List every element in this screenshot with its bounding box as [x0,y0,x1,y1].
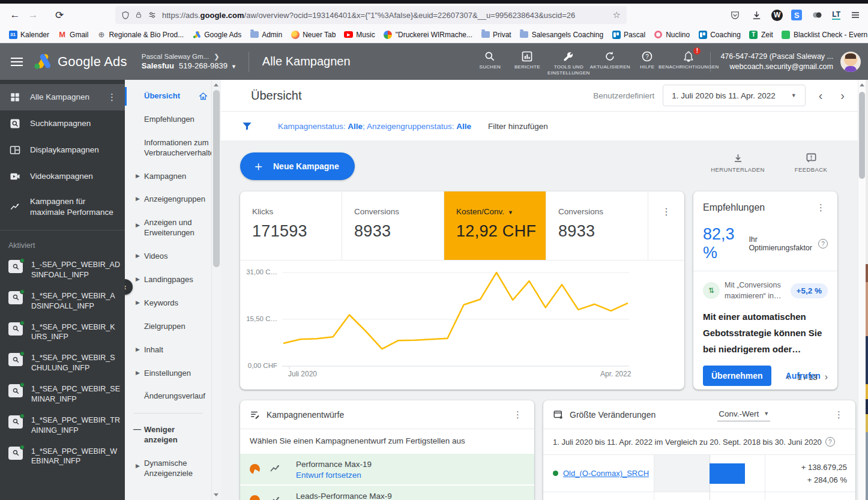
google-ads-logo[interactable]: Google Ads [34,53,127,70]
more-options-icon[interactable]: ⋮ [662,206,671,260]
more-options-icon[interactable]: ⋮ [814,201,828,214]
s-extension-icon[interactable]: S [791,10,802,20]
pager-next-icon[interactable]: › [824,372,829,382]
nav-scrollbar-thumb[interactable] [213,90,220,267]
bookmark-privat[interactable]: Privat [477,29,515,40]
nav-item-verbraucherverhalten[interactable]: Informationen zum Verbraucherverhalten [125,131,211,165]
campaign-item[interactable]: 1_-SEA_PPC_WEBIR_ADSINFOALL_INFP [0,255,125,286]
bookmark-star-icon[interactable]: ☆ [613,10,621,20]
more-options-icon[interactable]: ⋮ [511,408,525,421]
date-next-button[interactable]: › [836,89,849,103]
bookmark-blacklist[interactable]: Blacklist Check - Evern... [778,29,868,40]
nav-item-videos[interactable]: ▶Videos [125,245,211,268]
main-scrollbar[interactable] [858,80,866,500]
scroll-up-icon[interactable] [860,83,864,86]
bookmark-music[interactable]: ▶Music [340,29,378,40]
refresh-nav-button[interactable]: AKTUALISIEREN [592,47,627,70]
url-bar[interactable]: https://ads.google.com/aw/overview?ocid=… [115,6,627,24]
draft-row[interactable]: Leads-Performance Max-9 Entwurf fortsetz… [240,486,534,500]
avatar[interactable] [840,52,861,72]
metric-dropdown-icon[interactable]: ▼ [508,209,513,215]
nav-item-einstellungen[interactable]: ▶Einstellungen [125,362,211,385]
bookmark-neuer-tab[interactable]: Neuer Tab [287,29,339,40]
campaign-link[interactable]: Old_(O-Conmax)_SRCH… [563,469,649,478]
recommendation-item[interactable]: ⇅ Mit „Conversions maximieren“ in… +5,2 … [703,280,828,301]
adblock-extension-icon[interactable] [810,8,824,22]
nav-item-dynamische-anzeigenziele[interactable]: ▶Dynamische Anzeigenziele [125,452,211,486]
nav-item-anzeigengruppen[interactable]: ▶Anzeigengruppen [125,188,211,211]
more-options-icon[interactable]: ⋮ [832,408,846,421]
back-button[interactable]: ← [6,7,24,23]
nav-item-landingpages[interactable]: ▶Landingpages [125,268,211,292]
reload-button[interactable]: ⟳ [50,7,68,23]
bookmark-regionale[interactable]: ⊕Regionale & Bio Prod... [93,29,187,40]
sidebar-item-videokampagnen[interactable]: Videokampagnen [0,163,125,190]
nav-item-uebersicht[interactable]: Übersicht [125,85,211,108]
nav-scrollbar[interactable] [211,80,221,500]
main-menu-icon[interactable] [0,58,34,66]
new-campaign-button[interactable]: ＋ Neue Kampagne [240,152,355,180]
date-prev-button[interactable]: ‹ [814,89,828,103]
nav-item-kampagnen[interactable]: ▶Kampagnen [125,165,211,188]
downloads-icon[interactable] [750,8,763,22]
pocket-save-icon[interactable] [728,8,741,22]
filter-status[interactable]: Kampagnenstatus: Alle; Anzeigengruppenst… [278,122,471,131]
tracking-shield-icon[interactable] [121,11,130,20]
nav-item-keywords[interactable]: ▶Keywords [125,292,211,315]
download-button[interactable]: HERUNTERLADEN [709,152,767,173]
sidebar-item-displaykampagnen[interactable]: Displaykampagnen [0,137,125,163]
sidebar-item-performance-max[interactable]: Kampagnen für maximale Performance [0,190,125,224]
nav-item-weniger-anzeigen[interactable]: —Weniger anzeigen [125,418,211,452]
campaign-item[interactable]: 1_*SEA_PPC_WEBIR_TRAINING_INFP [0,410,125,441]
scroll-down-icon[interactable] [214,493,219,496]
bookmark-kalender[interactable]: 31Kalender [5,29,53,40]
nav-item-zielgruppen[interactable]: Zielgruppen [125,315,211,339]
more-options-icon[interactable]: ⋮ [104,92,120,103]
metric-tile-kosten-conv[interactable]: Kosten/Conv.▼ 12,92 CHF [444,191,546,260]
bookmark-druckerei[interactable]: "Druckerei WIRmache... [380,29,476,40]
metric-tile-conversions[interactable]: Conversions 8933 [342,191,444,260]
account-picker[interactable]: Pascal Saleway Gm...❯ Salesfuu519-268-98… [142,52,249,71]
nav-item-empfehlungen[interactable]: Empfehlungen [125,108,211,131]
languagetool-extension-icon[interactable]: LT [832,10,840,20]
menu-icon[interactable] [849,8,862,22]
bookmark-nuclino[interactable]: Nuclino [650,29,693,40]
nav-item-anzeigen-erweiterungen[interactable]: ▶Anzeigen und Erweiterungen [125,211,211,245]
filter-funnel-icon[interactable] [241,121,253,132]
campaign-item[interactable]: 1_*SEA_PPC_WEBIR_SCHULUNG_INFP [0,348,125,379]
continue-draft-link[interactable]: Entwurf fortsetzen [296,471,372,480]
date-range-selector[interactable]: 1. Juli 2020 bis 11. Apr. 2022▼ [663,85,805,106]
pager-prev-icon[interactable]: ‹ [786,372,791,382]
bookmark-gmail[interactable]: MGmail [54,29,92,40]
feedback-button[interactable]: FEEDBACK [782,152,840,173]
changes-metric-selector[interactable]: Conv.-Wert▼ [717,408,770,421]
metric-tile-klicks[interactable]: Klicks 171593 [240,191,342,260]
bookmark-coaching[interactable]: Coaching [695,29,744,40]
lock-icon[interactable] [135,11,142,19]
bookmark-salesangels[interactable]: Salesangels Coaching [516,29,607,40]
bookmark-zeit[interactable]: TZeit [746,29,777,40]
notifications-nav-button[interactable]: BENACHRICHTIGUNGEN ! [667,47,710,70]
forward-button[interactable]: → [24,7,42,23]
metric-tile-conversions-2[interactable]: Conversions 8933 [546,191,648,260]
campaign-item[interactable]: 1_*SEA_PPC_WEBIR_WEBINAR_INFP [0,441,125,472]
tools-settings-nav-button[interactable]: TOOLS UND EINSTELLUNGEN [547,47,590,77]
reports-nav-button[interactable]: BERICHTE [510,47,544,70]
bookmark-pascal[interactable]: Pascal [608,29,649,40]
apply-button[interactable]: Übernehmen [703,366,771,386]
help-icon[interactable]: ? [818,239,828,248]
permissions-icon[interactable] [148,11,157,19]
wikipedia-extension-icon[interactable]: W [771,10,783,21]
campaign-item[interactable]: 1_*SEA_PPC_WEBIR_KURS_INFP [0,317,125,348]
bookmark-google-ads[interactable]: Google Ads [188,29,245,40]
campaign-item[interactable]: 1_*SEA_PPC_WEBIR_SEMINAR_INFP [0,379,125,410]
nav-item-aenderungsverlauf[interactable]: Änderungsverlauf [125,385,211,408]
draft-row[interactable]: Performance Max-19 Entwurf fortsetzen [240,454,534,484]
scroll-up-icon[interactable] [214,83,219,86]
help-icon[interactable]: ? [825,437,835,447]
sidebar-item-suchkampagnen[interactable]: Suchkampagnen [0,110,125,137]
card-menu[interactable]: ⋮ [648,191,684,260]
main-scrollbar-thumb[interactable] [859,92,865,179]
sidebar-item-alle-kampagnen[interactable]: Alle Kampagnen ⋮ [0,84,125,110]
campaign-item[interactable]: 1_*SEA_PPC_WEBIR_ADSINFOALL_INFP [0,286,125,317]
